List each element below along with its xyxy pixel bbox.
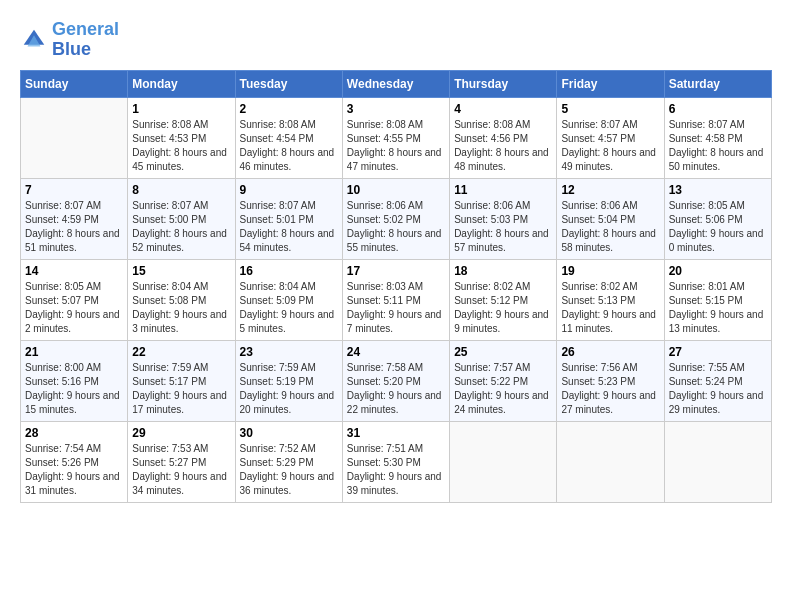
day-number: 23	[240, 345, 338, 359]
calendar-cell: 20Sunrise: 8:01 AMSunset: 5:15 PMDayligh…	[664, 259, 771, 340]
calendar-cell	[664, 421, 771, 502]
calendar-cell: 28Sunrise: 7:54 AMSunset: 5:26 PMDayligh…	[21, 421, 128, 502]
day-number: 20	[669, 264, 767, 278]
day-info: Sunrise: 7:55 AMSunset: 5:24 PMDaylight:…	[669, 361, 767, 417]
calendar-week-row: 28Sunrise: 7:54 AMSunset: 5:26 PMDayligh…	[21, 421, 772, 502]
weekday-header: Monday	[128, 70, 235, 97]
calendar-cell: 10Sunrise: 8:06 AMSunset: 5:02 PMDayligh…	[342, 178, 449, 259]
day-number: 1	[132, 102, 230, 116]
day-number: 18	[454, 264, 552, 278]
day-number: 6	[669, 102, 767, 116]
day-number: 2	[240, 102, 338, 116]
logo-icon	[20, 26, 48, 54]
day-info: Sunrise: 8:08 AMSunset: 4:55 PMDaylight:…	[347, 118, 445, 174]
day-info: Sunrise: 8:08 AMSunset: 4:54 PMDaylight:…	[240, 118, 338, 174]
day-info: Sunrise: 8:01 AMSunset: 5:15 PMDaylight:…	[669, 280, 767, 336]
day-info: Sunrise: 8:08 AMSunset: 4:53 PMDaylight:…	[132, 118, 230, 174]
day-number: 3	[347, 102, 445, 116]
day-number: 25	[454, 345, 552, 359]
day-number: 28	[25, 426, 123, 440]
calendar-cell	[450, 421, 557, 502]
day-info: Sunrise: 8:07 AMSunset: 4:59 PMDaylight:…	[25, 199, 123, 255]
day-number: 4	[454, 102, 552, 116]
calendar-cell: 16Sunrise: 8:04 AMSunset: 5:09 PMDayligh…	[235, 259, 342, 340]
day-info: Sunrise: 8:03 AMSunset: 5:11 PMDaylight:…	[347, 280, 445, 336]
day-number: 31	[347, 426, 445, 440]
calendar-cell: 19Sunrise: 8:02 AMSunset: 5:13 PMDayligh…	[557, 259, 664, 340]
calendar-cell	[557, 421, 664, 502]
day-info: Sunrise: 8:06 AMSunset: 5:03 PMDaylight:…	[454, 199, 552, 255]
page-header: General Blue	[20, 20, 772, 60]
day-number: 27	[669, 345, 767, 359]
day-info: Sunrise: 7:59 AMSunset: 5:19 PMDaylight:…	[240, 361, 338, 417]
calendar-cell: 24Sunrise: 7:58 AMSunset: 5:20 PMDayligh…	[342, 340, 449, 421]
calendar-week-row: 1Sunrise: 8:08 AMSunset: 4:53 PMDaylight…	[21, 97, 772, 178]
day-info: Sunrise: 8:06 AMSunset: 5:02 PMDaylight:…	[347, 199, 445, 255]
day-number: 14	[25, 264, 123, 278]
calendar-cell	[21, 97, 128, 178]
day-number: 24	[347, 345, 445, 359]
calendar-cell: 29Sunrise: 7:53 AMSunset: 5:27 PMDayligh…	[128, 421, 235, 502]
day-info: Sunrise: 8:08 AMSunset: 4:56 PMDaylight:…	[454, 118, 552, 174]
calendar-cell: 22Sunrise: 7:59 AMSunset: 5:17 PMDayligh…	[128, 340, 235, 421]
calendar-cell: 23Sunrise: 7:59 AMSunset: 5:19 PMDayligh…	[235, 340, 342, 421]
day-info: Sunrise: 7:57 AMSunset: 5:22 PMDaylight:…	[454, 361, 552, 417]
day-info: Sunrise: 8:05 AMSunset: 5:07 PMDaylight:…	[25, 280, 123, 336]
day-number: 11	[454, 183, 552, 197]
weekday-header: Tuesday	[235, 70, 342, 97]
day-number: 30	[240, 426, 338, 440]
calendar-week-row: 7Sunrise: 8:07 AMSunset: 4:59 PMDaylight…	[21, 178, 772, 259]
calendar-cell: 9Sunrise: 8:07 AMSunset: 5:01 PMDaylight…	[235, 178, 342, 259]
day-number: 9	[240, 183, 338, 197]
calendar-cell: 4Sunrise: 8:08 AMSunset: 4:56 PMDaylight…	[450, 97, 557, 178]
day-info: Sunrise: 8:02 AMSunset: 5:13 PMDaylight:…	[561, 280, 659, 336]
day-info: Sunrise: 8:06 AMSunset: 5:04 PMDaylight:…	[561, 199, 659, 255]
calendar-cell: 21Sunrise: 8:00 AMSunset: 5:16 PMDayligh…	[21, 340, 128, 421]
day-number: 17	[347, 264, 445, 278]
weekday-header: Thursday	[450, 70, 557, 97]
calendar-cell: 11Sunrise: 8:06 AMSunset: 5:03 PMDayligh…	[450, 178, 557, 259]
day-number: 19	[561, 264, 659, 278]
day-number: 22	[132, 345, 230, 359]
logo: General Blue	[20, 20, 119, 60]
day-number: 15	[132, 264, 230, 278]
calendar-cell: 1Sunrise: 8:08 AMSunset: 4:53 PMDaylight…	[128, 97, 235, 178]
calendar-week-row: 14Sunrise: 8:05 AMSunset: 5:07 PMDayligh…	[21, 259, 772, 340]
calendar-cell: 17Sunrise: 8:03 AMSunset: 5:11 PMDayligh…	[342, 259, 449, 340]
calendar-cell: 2Sunrise: 8:08 AMSunset: 4:54 PMDaylight…	[235, 97, 342, 178]
day-info: Sunrise: 8:04 AMSunset: 5:09 PMDaylight:…	[240, 280, 338, 336]
calendar-cell: 15Sunrise: 8:04 AMSunset: 5:08 PMDayligh…	[128, 259, 235, 340]
calendar-cell: 6Sunrise: 8:07 AMSunset: 4:58 PMDaylight…	[664, 97, 771, 178]
day-number: 26	[561, 345, 659, 359]
weekday-header-row: SundayMondayTuesdayWednesdayThursdayFrid…	[21, 70, 772, 97]
calendar-cell: 3Sunrise: 8:08 AMSunset: 4:55 PMDaylight…	[342, 97, 449, 178]
calendar-cell: 31Sunrise: 7:51 AMSunset: 5:30 PMDayligh…	[342, 421, 449, 502]
day-info: Sunrise: 7:52 AMSunset: 5:29 PMDaylight:…	[240, 442, 338, 498]
day-number: 21	[25, 345, 123, 359]
calendar-cell: 27Sunrise: 7:55 AMSunset: 5:24 PMDayligh…	[664, 340, 771, 421]
calendar-cell: 13Sunrise: 8:05 AMSunset: 5:06 PMDayligh…	[664, 178, 771, 259]
weekday-header: Friday	[557, 70, 664, 97]
calendar-cell: 30Sunrise: 7:52 AMSunset: 5:29 PMDayligh…	[235, 421, 342, 502]
calendar-week-row: 21Sunrise: 8:00 AMSunset: 5:16 PMDayligh…	[21, 340, 772, 421]
day-number: 12	[561, 183, 659, 197]
day-info: Sunrise: 7:56 AMSunset: 5:23 PMDaylight:…	[561, 361, 659, 417]
day-info: Sunrise: 7:54 AMSunset: 5:26 PMDaylight:…	[25, 442, 123, 498]
weekday-header: Wednesday	[342, 70, 449, 97]
day-info: Sunrise: 7:58 AMSunset: 5:20 PMDaylight:…	[347, 361, 445, 417]
calendar-table: SundayMondayTuesdayWednesdayThursdayFrid…	[20, 70, 772, 503]
day-info: Sunrise: 8:07 AMSunset: 5:01 PMDaylight:…	[240, 199, 338, 255]
day-info: Sunrise: 8:07 AMSunset: 4:57 PMDaylight:…	[561, 118, 659, 174]
day-info: Sunrise: 7:53 AMSunset: 5:27 PMDaylight:…	[132, 442, 230, 498]
weekday-header: Saturday	[664, 70, 771, 97]
day-number: 8	[132, 183, 230, 197]
calendar-cell: 5Sunrise: 8:07 AMSunset: 4:57 PMDaylight…	[557, 97, 664, 178]
calendar-cell: 7Sunrise: 8:07 AMSunset: 4:59 PMDaylight…	[21, 178, 128, 259]
day-info: Sunrise: 7:51 AMSunset: 5:30 PMDaylight:…	[347, 442, 445, 498]
day-number: 10	[347, 183, 445, 197]
calendar-cell: 8Sunrise: 8:07 AMSunset: 5:00 PMDaylight…	[128, 178, 235, 259]
day-info: Sunrise: 8:07 AMSunset: 4:58 PMDaylight:…	[669, 118, 767, 174]
logo-text: General Blue	[52, 20, 119, 60]
day-info: Sunrise: 8:04 AMSunset: 5:08 PMDaylight:…	[132, 280, 230, 336]
day-info: Sunrise: 7:59 AMSunset: 5:17 PMDaylight:…	[132, 361, 230, 417]
